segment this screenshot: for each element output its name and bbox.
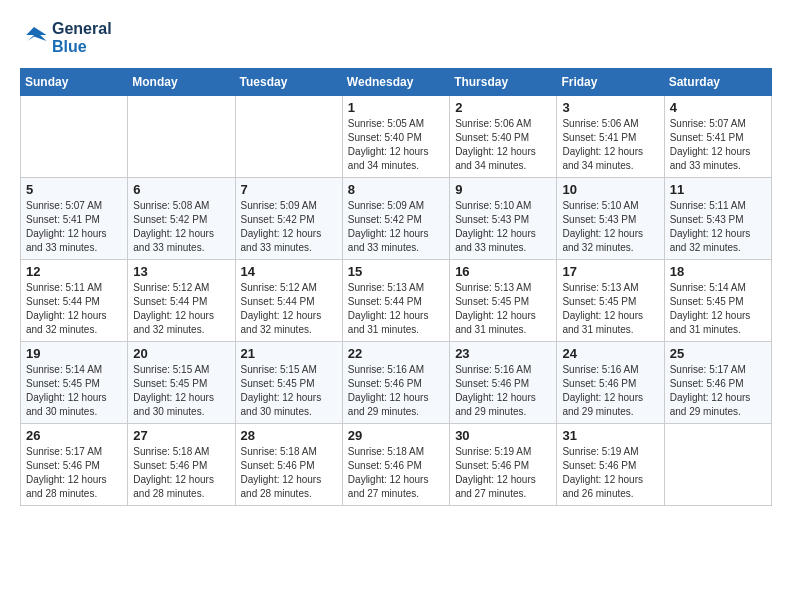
day-number: 14 xyxy=(241,264,337,279)
calendar-cell: 29Sunrise: 5:18 AM Sunset: 5:46 PM Dayli… xyxy=(342,424,449,506)
day-detail: Sunrise: 5:15 AM Sunset: 5:45 PM Dayligh… xyxy=(241,363,337,419)
day-number: 18 xyxy=(670,264,766,279)
calendar-cell: 16Sunrise: 5:13 AM Sunset: 5:45 PM Dayli… xyxy=(450,260,557,342)
calendar-cell: 3Sunrise: 5:06 AM Sunset: 5:41 PM Daylig… xyxy=(557,96,664,178)
day-detail: Sunrise: 5:16 AM Sunset: 5:46 PM Dayligh… xyxy=(562,363,658,419)
logo-blue: Blue xyxy=(52,38,112,56)
calendar-cell: 19Sunrise: 5:14 AM Sunset: 5:45 PM Dayli… xyxy=(21,342,128,424)
calendar-cell: 4Sunrise: 5:07 AM Sunset: 5:41 PM Daylig… xyxy=(664,96,771,178)
day-number: 10 xyxy=(562,182,658,197)
calendar-cell: 2Sunrise: 5:06 AM Sunset: 5:40 PM Daylig… xyxy=(450,96,557,178)
day-number: 28 xyxy=(241,428,337,443)
day-detail: Sunrise: 5:14 AM Sunset: 5:45 PM Dayligh… xyxy=(670,281,766,337)
logo: General Blue xyxy=(20,20,112,56)
day-detail: Sunrise: 5:18 AM Sunset: 5:46 PM Dayligh… xyxy=(348,445,444,501)
day-detail: Sunrise: 5:12 AM Sunset: 5:44 PM Dayligh… xyxy=(241,281,337,337)
calendar-cell: 27Sunrise: 5:18 AM Sunset: 5:46 PM Dayli… xyxy=(128,424,235,506)
day-number: 31 xyxy=(562,428,658,443)
day-number: 30 xyxy=(455,428,551,443)
weekday-header-thursday: Thursday xyxy=(450,69,557,96)
calendar-cell: 22Sunrise: 5:16 AM Sunset: 5:46 PM Dayli… xyxy=(342,342,449,424)
calendar-cell xyxy=(21,96,128,178)
day-number: 7 xyxy=(241,182,337,197)
day-number: 9 xyxy=(455,182,551,197)
day-number: 2 xyxy=(455,100,551,115)
day-number: 12 xyxy=(26,264,122,279)
day-detail: Sunrise: 5:07 AM Sunset: 5:41 PM Dayligh… xyxy=(670,117,766,173)
day-number: 26 xyxy=(26,428,122,443)
calendar-cell: 6Sunrise: 5:08 AM Sunset: 5:42 PM Daylig… xyxy=(128,178,235,260)
day-number: 27 xyxy=(133,428,229,443)
weekday-header-saturday: Saturday xyxy=(664,69,771,96)
svg-marker-1 xyxy=(26,27,46,41)
weekday-header-wednesday: Wednesday xyxy=(342,69,449,96)
day-number: 3 xyxy=(562,100,658,115)
calendar-cell: 1Sunrise: 5:05 AM Sunset: 5:40 PM Daylig… xyxy=(342,96,449,178)
day-detail: Sunrise: 5:15 AM Sunset: 5:45 PM Dayligh… xyxy=(133,363,229,419)
day-number: 15 xyxy=(348,264,444,279)
day-detail: Sunrise: 5:18 AM Sunset: 5:46 PM Dayligh… xyxy=(241,445,337,501)
calendar-cell: 13Sunrise: 5:12 AM Sunset: 5:44 PM Dayli… xyxy=(128,260,235,342)
day-detail: Sunrise: 5:14 AM Sunset: 5:45 PM Dayligh… xyxy=(26,363,122,419)
day-detail: Sunrise: 5:19 AM Sunset: 5:46 PM Dayligh… xyxy=(562,445,658,501)
calendar-cell: 15Sunrise: 5:13 AM Sunset: 5:44 PM Dayli… xyxy=(342,260,449,342)
day-detail: Sunrise: 5:08 AM Sunset: 5:42 PM Dayligh… xyxy=(133,199,229,255)
calendar-cell: 18Sunrise: 5:14 AM Sunset: 5:45 PM Dayli… xyxy=(664,260,771,342)
calendar-table: SundayMondayTuesdayWednesdayThursdayFrid… xyxy=(20,68,772,506)
day-number: 29 xyxy=(348,428,444,443)
calendar-cell: 10Sunrise: 5:10 AM Sunset: 5:43 PM Dayli… xyxy=(557,178,664,260)
calendar-cell: 8Sunrise: 5:09 AM Sunset: 5:42 PM Daylig… xyxy=(342,178,449,260)
weekday-header-monday: Monday xyxy=(128,69,235,96)
day-number: 11 xyxy=(670,182,766,197)
day-number: 25 xyxy=(670,346,766,361)
calendar-cell xyxy=(235,96,342,178)
calendar-week-row: 19Sunrise: 5:14 AM Sunset: 5:45 PM Dayli… xyxy=(21,342,772,424)
day-number: 23 xyxy=(455,346,551,361)
calendar-cell: 26Sunrise: 5:17 AM Sunset: 5:46 PM Dayli… xyxy=(21,424,128,506)
calendar-cell: 30Sunrise: 5:19 AM Sunset: 5:46 PM Dayli… xyxy=(450,424,557,506)
day-number: 5 xyxy=(26,182,122,197)
calendar-cell: 12Sunrise: 5:11 AM Sunset: 5:44 PM Dayli… xyxy=(21,260,128,342)
logo-general: General xyxy=(52,20,112,38)
calendar-cell: 20Sunrise: 5:15 AM Sunset: 5:45 PM Dayli… xyxy=(128,342,235,424)
calendar-week-row: 26Sunrise: 5:17 AM Sunset: 5:46 PM Dayli… xyxy=(21,424,772,506)
calendar-cell: 17Sunrise: 5:13 AM Sunset: 5:45 PM Dayli… xyxy=(557,260,664,342)
day-detail: Sunrise: 5:06 AM Sunset: 5:41 PM Dayligh… xyxy=(562,117,658,173)
calendar-week-row: 12Sunrise: 5:11 AM Sunset: 5:44 PM Dayli… xyxy=(21,260,772,342)
calendar-cell: 28Sunrise: 5:18 AM Sunset: 5:46 PM Dayli… xyxy=(235,424,342,506)
calendar-header-row: SundayMondayTuesdayWednesdayThursdayFrid… xyxy=(21,69,772,96)
day-detail: Sunrise: 5:09 AM Sunset: 5:42 PM Dayligh… xyxy=(348,199,444,255)
calendar-cell: 31Sunrise: 5:19 AM Sunset: 5:46 PM Dayli… xyxy=(557,424,664,506)
day-number: 8 xyxy=(348,182,444,197)
calendar-cell: 7Sunrise: 5:09 AM Sunset: 5:42 PM Daylig… xyxy=(235,178,342,260)
day-detail: Sunrise: 5:10 AM Sunset: 5:43 PM Dayligh… xyxy=(455,199,551,255)
calendar-cell: 21Sunrise: 5:15 AM Sunset: 5:45 PM Dayli… xyxy=(235,342,342,424)
day-number: 6 xyxy=(133,182,229,197)
day-number: 4 xyxy=(670,100,766,115)
calendar-cell: 14Sunrise: 5:12 AM Sunset: 5:44 PM Dayli… xyxy=(235,260,342,342)
calendar-week-row: 5Sunrise: 5:07 AM Sunset: 5:41 PM Daylig… xyxy=(21,178,772,260)
day-detail: Sunrise: 5:05 AM Sunset: 5:40 PM Dayligh… xyxy=(348,117,444,173)
day-number: 20 xyxy=(133,346,229,361)
calendar-cell xyxy=(128,96,235,178)
day-detail: Sunrise: 5:11 AM Sunset: 5:44 PM Dayligh… xyxy=(26,281,122,337)
day-number: 17 xyxy=(562,264,658,279)
calendar-cell xyxy=(664,424,771,506)
day-number: 21 xyxy=(241,346,337,361)
day-detail: Sunrise: 5:13 AM Sunset: 5:44 PM Dayligh… xyxy=(348,281,444,337)
day-detail: Sunrise: 5:09 AM Sunset: 5:42 PM Dayligh… xyxy=(241,199,337,255)
calendar-cell: 25Sunrise: 5:17 AM Sunset: 5:46 PM Dayli… xyxy=(664,342,771,424)
day-detail: Sunrise: 5:17 AM Sunset: 5:46 PM Dayligh… xyxy=(26,445,122,501)
day-detail: Sunrise: 5:16 AM Sunset: 5:46 PM Dayligh… xyxy=(348,363,444,419)
calendar-week-row: 1Sunrise: 5:05 AM Sunset: 5:40 PM Daylig… xyxy=(21,96,772,178)
weekday-header-friday: Friday xyxy=(557,69,664,96)
calendar-cell: 5Sunrise: 5:07 AM Sunset: 5:41 PM Daylig… xyxy=(21,178,128,260)
weekday-header-tuesday: Tuesday xyxy=(235,69,342,96)
day-number: 16 xyxy=(455,264,551,279)
day-detail: Sunrise: 5:16 AM Sunset: 5:46 PM Dayligh… xyxy=(455,363,551,419)
day-detail: Sunrise: 5:13 AM Sunset: 5:45 PM Dayligh… xyxy=(562,281,658,337)
day-detail: Sunrise: 5:18 AM Sunset: 5:46 PM Dayligh… xyxy=(133,445,229,501)
day-number: 19 xyxy=(26,346,122,361)
day-number: 22 xyxy=(348,346,444,361)
day-detail: Sunrise: 5:19 AM Sunset: 5:46 PM Dayligh… xyxy=(455,445,551,501)
